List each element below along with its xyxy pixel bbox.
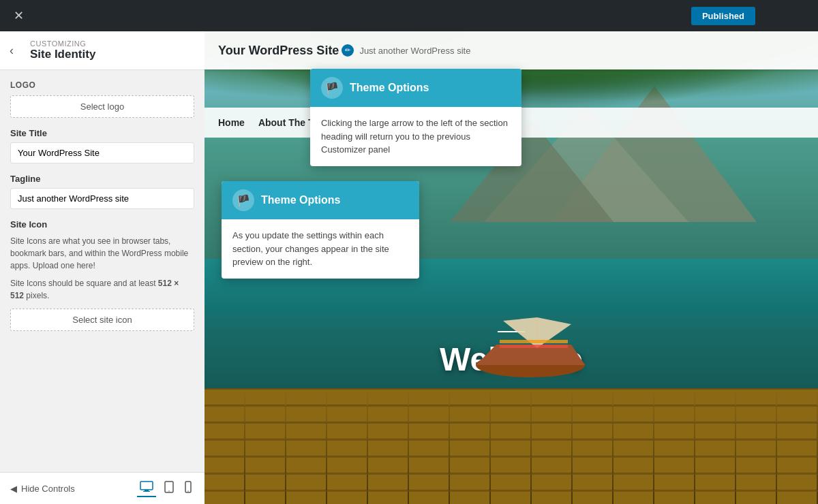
nav-home[interactable]: Home	[218, 117, 245, 128]
edit-icon[interactable]: ✏	[342, 44, 354, 57]
boat	[462, 304, 599, 388]
svg-rect-2	[143, 491, 150, 492]
preview-site-title: Your WordPress Site	[218, 44, 339, 58]
svg-rect-25	[500, 340, 568, 343]
tooltip-theme-options-top: 🏴 Theme Options Clicking the large arrow…	[310, 69, 521, 166]
preview-tagline: Just another WordPress site	[359, 46, 470, 56]
site-icon-title: Site Icon	[10, 219, 194, 230]
svg-rect-1	[145, 490, 149, 491]
svg-marker-23	[503, 317, 571, 348]
select-logo-button[interactable]: Select logo	[10, 95, 194, 118]
svg-point-4	[168, 490, 169, 491]
tooltip-theme-options-mid: 🏴 Theme Options As you update the settin…	[222, 181, 419, 279]
site-title-input[interactable]	[10, 142, 194, 163]
top-bar: ✕ Published	[0, 0, 818, 31]
tagline-label: Tagline	[10, 174, 194, 184]
tagline-section: Tagline	[10, 174, 194, 209]
site-title-label: Site Title	[10, 128, 194, 138]
select-site-icon-button[interactable]: Select site icon	[10, 309, 194, 331]
desktop-view-button[interactable]	[137, 479, 156, 497]
tagline-input[interactable]	[10, 188, 194, 209]
desktop-icon	[140, 481, 153, 492]
tooltip-mid-flag-icon: 🏴	[232, 189, 254, 211]
preview-area: Your WordPress Site ✏ Just another WordP…	[204, 31, 818, 504]
deck-svg	[204, 388, 818, 504]
tooltip-top-flag-icon: 🏴	[321, 77, 343, 99]
tooltip-mid-text: As you update the settings within each s…	[232, 229, 408, 269]
tooltip-top-body: Clicking the large arrow to the left of …	[310, 107, 521, 166]
tablet-icon	[164, 481, 174, 493]
tooltip-mid-title: Theme Options	[261, 194, 340, 206]
preview-nav: Your WordPress Site ✏ Just another WordP…	[204, 31, 818, 69]
tablet-view-button[interactable]	[162, 479, 177, 497]
tooltip-mid-header: 🏴 Theme Options	[222, 181, 419, 219]
tooltip-mid-body: As you update the settings within each s…	[222, 219, 419, 279]
sidebar: ‹ Customizing Site Identity Logo Select …	[0, 31, 204, 504]
svg-rect-0	[140, 482, 153, 490]
site-title-section: Site Title	[10, 128, 194, 163]
hide-controls-label: Hide Controls	[21, 484, 75, 494]
customizing-label: Customizing	[30, 40, 194, 48]
website-background: Your WordPress Site ✏ Just another WordP…	[204, 31, 818, 504]
svg-rect-24	[500, 345, 568, 348]
panel-title: Site Identity	[30, 48, 194, 61]
mobile-view-button[interactable]	[182, 479, 194, 497]
published-button[interactable]: Published	[691, 7, 755, 25]
close-button[interactable]: ✕	[8, 5, 29, 26]
site-icon-note: Site Icons should be square and at least…	[10, 277, 194, 302]
svg-point-6	[187, 490, 188, 491]
site-icon-desc: Site Icons are what you see in browser t…	[10, 235, 194, 272]
sidebar-header: ‹ Customizing Site Identity	[0, 31, 204, 70]
hide-controls-button[interactable]: ◀ Hide Controls	[10, 484, 75, 494]
arrow-left-icon: ◀	[10, 484, 17, 494]
sidebar-content: Logo Select logo Site Title Tagline Site…	[0, 70, 204, 472]
tooltip-top-text: Clicking the large arrow to the left of …	[321, 116, 511, 157]
main-layout: ‹ Customizing Site Identity Logo Select …	[0, 31, 818, 504]
logo-section: Logo Select logo	[10, 80, 194, 118]
tooltip-top-header: 🏴 Theme Options	[310, 69, 521, 107]
mobile-icon	[185, 481, 192, 493]
back-button[interactable]: ‹	[7, 41, 16, 61]
tooltip-top-title: Theme Options	[350, 82, 429, 94]
deck-background	[204, 388, 818, 504]
logo-label: Logo	[10, 80, 194, 90]
sidebar-bottom: ◀ Hide Controls	[0, 472, 204, 504]
site-icon-section: Site Icon Site Icons are what you see in…	[10, 219, 194, 331]
device-icons	[137, 479, 194, 497]
